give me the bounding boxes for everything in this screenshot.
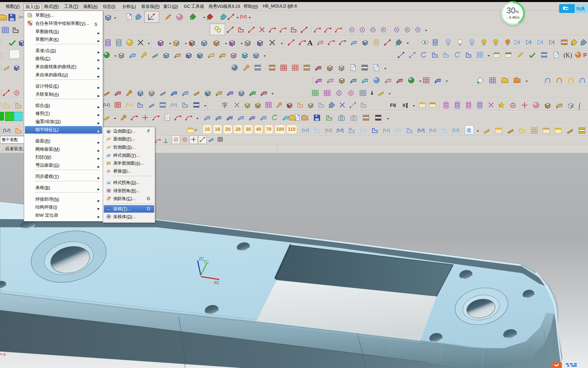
svg-text:(K): (K) bbox=[564, 52, 572, 59]
svg-text:∫: ∫ bbox=[578, 102, 581, 110]
svg-text:»: » bbox=[195, 127, 197, 132]
svg-text:⊥: ⊥ bbox=[163, 138, 168, 144]
svg-text:A: A bbox=[307, 39, 313, 47]
svg-text:X∥: X∥ bbox=[402, 102, 408, 108]
svg-text:ℹ: ℹ bbox=[371, 90, 373, 96]
svg-text:字: 字 bbox=[222, 102, 228, 109]
svg-text:XC: XC bbox=[214, 280, 219, 285]
svg-text:改: 改 bbox=[467, 127, 472, 133]
svg-text:✂: ✂ bbox=[18, 14, 24, 21]
svg-text:F8: F8 bbox=[390, 102, 396, 108]
svg-text:•-x: •-x bbox=[0, 352, 6, 357]
svg-text:YC: YC bbox=[203, 260, 209, 264]
svg-text:P: P bbox=[583, 52, 587, 58]
